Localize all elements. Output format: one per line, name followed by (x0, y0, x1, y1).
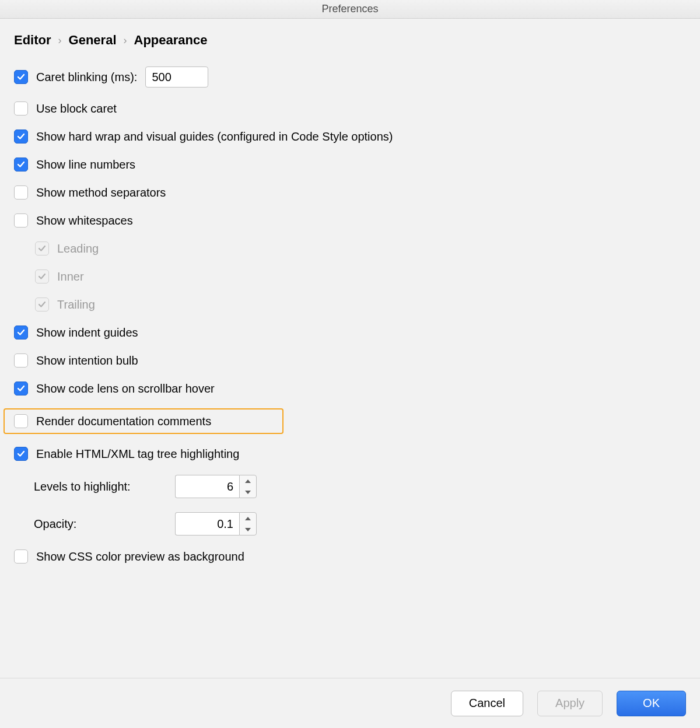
inner-label: Inner (57, 270, 84, 284)
html-tag-tree-label: Enable HTML/XML tag tree highlighting (36, 447, 239, 461)
html-tag-tree-checkbox[interactable] (14, 447, 28, 461)
block-caret-checkbox[interactable] (14, 102, 28, 116)
window-title: Preferences (0, 0, 700, 19)
opacity-spinner[interactable] (175, 512, 257, 536)
method-separators-row: Show method separators (14, 186, 686, 200)
indent-guides-row: Show indent guides (14, 326, 686, 340)
breadcrumb: Editor › General › Appearance (14, 33, 686, 48)
render-doc-label: Render documentation comments (36, 415, 211, 428)
opacity-row: Opacity: (34, 512, 686, 536)
caret-blinking-checkbox[interactable] (14, 70, 28, 84)
opacity-up-icon[interactable] (240, 513, 256, 524)
leading-checkbox (35, 242, 49, 256)
line-numbers-label: Show line numbers (36, 158, 135, 172)
code-lens-label: Show code lens on scrollbar hover (36, 382, 215, 396)
svg-marker-2 (245, 517, 251, 520)
opacity-down-icon[interactable] (240, 524, 256, 535)
intention-bulb-row: Show intention bulb (14, 354, 686, 368)
block-caret-row: Use block caret (14, 102, 686, 116)
levels-spinner[interactable] (175, 475, 257, 498)
leading-label: Leading (57, 242, 99, 256)
css-preview-label: Show CSS color preview as background (36, 550, 244, 564)
opacity-input[interactable] (175, 512, 239, 536)
inner-checkbox (35, 270, 49, 284)
hard-wrap-label: Show hard wrap and visual guides (config… (36, 130, 393, 144)
method-separators-checkbox[interactable] (14, 186, 28, 200)
caret-blinking-label: Caret blinking (ms): (36, 71, 137, 84)
line-numbers-row: Show line numbers (14, 158, 686, 172)
opacity-label: Opacity: (34, 517, 167, 531)
svg-marker-0 (245, 480, 251, 483)
levels-up-icon[interactable] (240, 475, 256, 487)
caret-blinking-row: Caret blinking (ms): (14, 66, 686, 88)
apply-button: Apply (537, 691, 603, 716)
dialog-footer: Cancel Apply OK (0, 678, 700, 728)
caret-blinking-input[interactable] (145, 66, 208, 88)
css-preview-checkbox[interactable] (14, 550, 28, 564)
whitespaces-row: Show whitespaces (14, 214, 686, 228)
render-doc-row: Render documentation comments (4, 408, 284, 434)
block-caret-label: Use block caret (36, 102, 117, 116)
method-separators-label: Show method separators (36, 186, 166, 200)
line-numbers-checkbox[interactable] (14, 158, 28, 172)
breadcrumb-item[interactable]: General (69, 33, 117, 48)
indent-guides-checkbox[interactable] (14, 326, 28, 340)
leading-row: Leading (35, 242, 686, 256)
chevron-right-icon: › (58, 34, 62, 47)
chevron-right-icon: › (124, 34, 127, 47)
breadcrumb-item[interactable]: Appearance (134, 33, 208, 48)
render-doc-checkbox[interactable] (14, 414, 28, 428)
ok-button[interactable]: OK (617, 691, 686, 716)
code-lens-checkbox[interactable] (14, 382, 28, 396)
trailing-label: Trailing (57, 298, 95, 312)
whitespaces-checkbox[interactable] (14, 214, 28, 228)
indent-guides-label: Show indent guides (36, 326, 138, 340)
levels-input[interactable] (175, 475, 239, 498)
hard-wrap-checkbox[interactable] (14, 130, 28, 144)
svg-marker-3 (245, 528, 251, 531)
intention-bulb-label: Show intention bulb (36, 354, 138, 368)
preferences-content: Editor › General › Appearance Caret blin… (0, 19, 700, 564)
inner-row: Inner (35, 270, 686, 284)
trailing-checkbox (35, 298, 49, 312)
levels-down-icon[interactable] (240, 487, 256, 498)
levels-label: Levels to highlight: (34, 480, 167, 494)
html-tag-tree-row: Enable HTML/XML tag tree highlighting (14, 447, 686, 461)
trailing-row: Trailing (35, 298, 686, 312)
levels-row: Levels to highlight: (34, 475, 686, 498)
code-lens-row: Show code lens on scrollbar hover (14, 382, 686, 396)
intention-bulb-checkbox[interactable] (14, 354, 28, 368)
hard-wrap-row: Show hard wrap and visual guides (config… (14, 130, 686, 144)
css-preview-row: Show CSS color preview as background (14, 550, 686, 564)
svg-marker-1 (245, 491, 251, 494)
whitespaces-label: Show whitespaces (36, 214, 133, 228)
cancel-button[interactable]: Cancel (451, 691, 523, 716)
breadcrumb-item[interactable]: Editor (14, 33, 51, 48)
